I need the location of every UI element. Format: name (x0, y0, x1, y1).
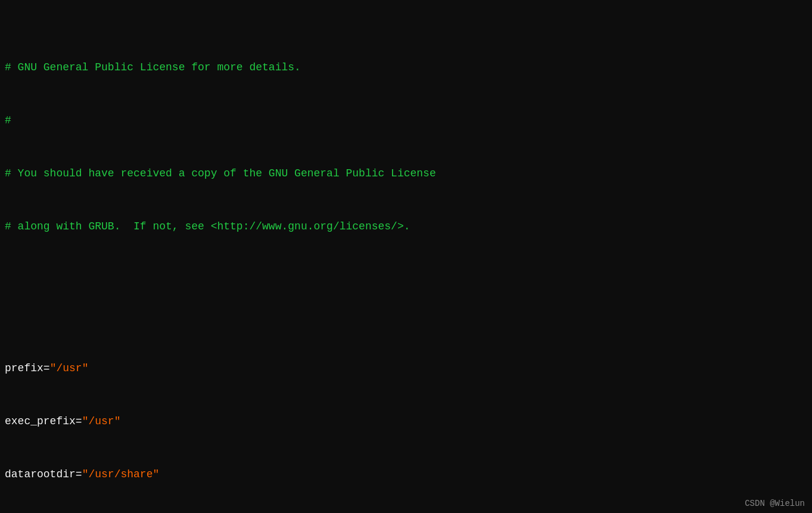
line-5 (5, 271, 807, 289)
line-6: prefix="/usr" (5, 360, 807, 378)
line-7: exec_prefix="/usr" (5, 413, 807, 431)
code-editor: # GNU General Public License for more de… (0, 0, 812, 513)
line-8: datarootdir="/usr/share" (5, 466, 807, 484)
line-3: # You should have received a copy of the… (5, 165, 807, 183)
line-1: # GNU General Public License for more de… (5, 59, 807, 77)
line-4: # along with GRUB. If not, see <http://w… (5, 218, 807, 236)
watermark: CSDN @Wielun (745, 499, 805, 508)
line-2: # (5, 112, 807, 130)
